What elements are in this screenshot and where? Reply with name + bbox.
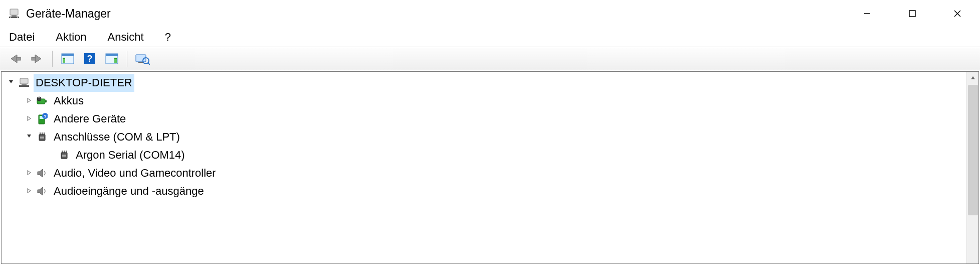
tree-item-label[interactable]: Audioeingänge und -ausgänge: [52, 182, 206, 200]
svg-text:?: ?: [44, 114, 47, 119]
back-button[interactable]: [5, 50, 25, 67]
svg-line-24: [148, 63, 150, 65]
speaker-icon: [36, 185, 49, 198]
svg-rect-27: [19, 85, 29, 87]
svg-rect-25: [20, 78, 28, 84]
tree-item-audio-inputs-outputs[interactable]: Audioeingänge und -ausgänge: [6, 182, 978, 200]
actions-pane-button[interactable]: [102, 50, 122, 67]
svg-rect-0: [10, 9, 18, 15]
tree-root-label[interactable]: DESKTOP-DIETER: [34, 74, 134, 92]
port-icon: [58, 149, 71, 162]
close-button[interactable]: [935, 0, 980, 27]
computer-icon: [18, 76, 31, 89]
tree-root[interactable]: DESKTOP-DIETER: [6, 74, 978, 92]
menu-file[interactable]: Datei: [6, 29, 38, 46]
menu-view[interactable]: Ansicht: [105, 29, 147, 46]
toolbar-separator: [52, 51, 53, 67]
tree-item-argon-serial[interactable]: Argon Serial (COM14): [6, 146, 978, 164]
chevron-down-icon[interactable]: [24, 131, 35, 143]
tree-item-batteries[interactable]: Akkus: [6, 92, 978, 110]
svg-rect-26: [22, 84, 27, 85]
help-button[interactable]: ?: [80, 50, 100, 67]
battery-icon: [36, 94, 49, 107]
svg-rect-31: [38, 97, 40, 98]
toolbar-separator: [127, 51, 127, 67]
chevron-right-icon[interactable]: [24, 95, 35, 106]
svg-rect-18: [106, 54, 118, 56]
svg-rect-45: [62, 155, 66, 157]
menu-help[interactable]: ?: [162, 29, 174, 46]
svg-rect-1: [12, 15, 17, 17]
forward-button[interactable]: [27, 50, 47, 67]
tree-item-audio-video-game[interactable]: Audio, Video und Gamecontroller: [6, 164, 978, 182]
tree-item-label[interactable]: Akkus: [52, 92, 86, 110]
svg-rect-4: [17, 17, 18, 18]
svg-rect-3: [10, 17, 11, 18]
chevron-down-icon[interactable]: [6, 77, 17, 88]
unknown-device-icon: ?: [36, 112, 49, 125]
toolbar: ?: [0, 47, 980, 70]
tree-item-other-devices[interactable]: ? Andere Geräte: [6, 110, 978, 128]
device-tree-pane: DESKTOP-DIETER Akkus ? And: [1, 71, 979, 264]
port-icon: [36, 130, 49, 144]
menu-action[interactable]: Aktion: [53, 29, 89, 46]
minimize-button[interactable]: [845, 0, 890, 27]
tree-item-ports[interactable]: Anschlüsse (COM & LPT): [6, 128, 978, 146]
svg-rect-29: [45, 100, 47, 102]
scroll-up-icon[interactable]: [967, 72, 979, 84]
scan-hardware-button[interactable]: [132, 50, 152, 67]
show-hide-console-tree-button[interactable]: [58, 50, 78, 67]
window-controls: [845, 0, 980, 27]
device-tree[interactable]: DESKTOP-DIETER Akkus ? And: [2, 72, 978, 200]
svg-rect-12: [62, 54, 74, 56]
vertical-scrollbar[interactable]: [966, 72, 978, 263]
chevron-right-icon[interactable]: [24, 186, 35, 197]
svg-rect-20: [114, 58, 117, 59]
speaker-icon: [36, 167, 49, 180]
tree-item-label[interactable]: Andere Geräte: [52, 110, 128, 128]
maximize-button[interactable]: [890, 0, 935, 27]
tree-item-label[interactable]: Audio, Video und Gamecontroller: [52, 164, 218, 182]
svg-rect-14: [63, 58, 65, 59]
scroll-thumb[interactable]: [968, 85, 978, 215]
svg-rect-10: [32, 57, 36, 60]
svg-rect-40: [40, 137, 44, 139]
chevron-right-icon[interactable]: [24, 113, 35, 124]
tree-item-label[interactable]: Anschlüsse (COM & LPT): [52, 128, 182, 146]
svg-rect-6: [909, 11, 915, 17]
svg-rect-9: [17, 57, 21, 60]
title-bar: Geräte-Manager: [0, 0, 980, 27]
tree-item-label[interactable]: Argon Serial (COM14): [74, 146, 187, 164]
window-title: Geräte-Manager: [26, 7, 845, 21]
menu-bar: Datei Aktion Ansicht ?: [0, 27, 980, 47]
svg-text:?: ?: [87, 54, 93, 64]
device-manager-icon: [8, 8, 20, 20]
chevron-right-icon[interactable]: [24, 168, 35, 179]
